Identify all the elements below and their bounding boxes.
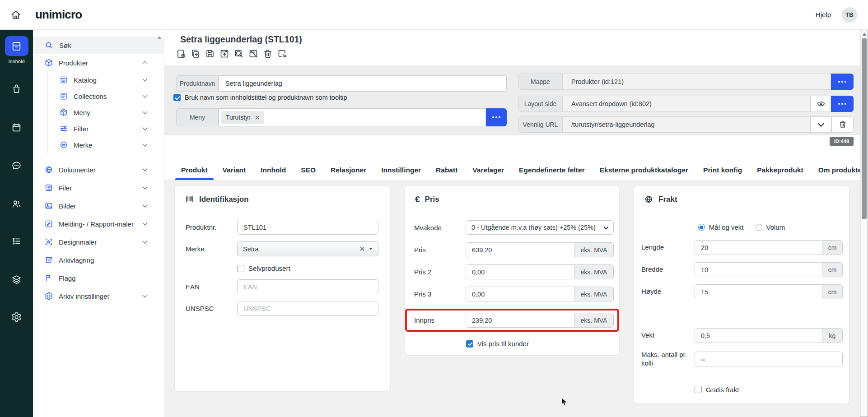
tab[interactable]: Produkt xyxy=(181,166,208,180)
toolbar-button[interactable] xyxy=(261,47,274,60)
clear-merke-icon[interactable] xyxy=(359,246,364,251)
scrollbar-thumb[interactable] xyxy=(862,38,867,219)
app-window: unimicro Hjelp TB Innhold xyxy=(0,0,868,417)
name-tooltip-checkbox[interactable] xyxy=(173,94,181,101)
scroll-up-arrow[interactable] xyxy=(862,32,867,36)
home-button[interactable] xyxy=(6,5,26,25)
toolbar-button[interactable] xyxy=(233,47,245,60)
meny-more-button[interactable] xyxy=(486,108,507,126)
tab[interactable]: Varelager xyxy=(472,166,504,180)
unspsc-label: UNSPSC xyxy=(186,305,237,312)
tab[interactable]: Om produktet xyxy=(818,166,865,180)
remove-tag-icon[interactable] xyxy=(255,115,260,120)
unspsc-input[interactable] xyxy=(237,301,378,316)
tab[interactable]: SEO xyxy=(300,166,316,180)
merke-select[interactable]: Setra xyxy=(237,241,378,256)
sidebar-item[interactable]: Arkiv innstillinger xyxy=(33,287,164,305)
tab[interactable]: Print konfig xyxy=(703,166,742,180)
sidebar-item[interactable]: Designmaler xyxy=(33,233,164,251)
pris-card: € Pris Mvakode 0 - Utgående m.v.a (høy s… xyxy=(405,185,620,355)
shipping-mode-option[interactable]: Mål og vekt xyxy=(698,223,744,231)
topbar-right: Hjelp TB xyxy=(816,7,857,23)
sidebar-item[interactable]: Bilder xyxy=(33,197,164,215)
toolbar-button[interactable] xyxy=(204,47,216,60)
gear-icon xyxy=(11,311,22,323)
toolbar-button[interactable] xyxy=(247,47,260,60)
mappe-more-button[interactable] xyxy=(831,74,854,90)
chevron-icon xyxy=(142,93,147,97)
vis-pris-checkbox[interactable] xyxy=(466,340,473,348)
rail-item[interactable] xyxy=(0,122,33,136)
main-content: Setra liggeunderlag (STL101) xyxy=(164,30,860,417)
layout-more-button[interactable] xyxy=(831,96,854,112)
layout-preview-button[interactable] xyxy=(811,96,831,112)
price-row: Pris 2 eks. MVA xyxy=(414,264,614,279)
avatar[interactable]: TB xyxy=(842,7,857,23)
sidebar-item[interactable]: Flagg xyxy=(33,269,164,287)
toolbar-button[interactable] xyxy=(189,47,202,60)
url-expand-button[interactable] xyxy=(811,116,831,133)
shipping-mode-option[interactable]: Volum xyxy=(756,223,785,231)
mvakode-select[interactable]: 0 - Utgående m.v.a (høy sats) +25% (25%) xyxy=(466,220,614,235)
divider xyxy=(641,313,843,313)
dimension-input[interactable] xyxy=(695,262,822,277)
price-input[interactable] xyxy=(466,242,574,257)
price-input[interactable] xyxy=(466,287,574,301)
sidebar-search[interactable]: Søk xyxy=(33,37,164,54)
url-row: Vennlig URL /turutstyr/setra-liggeunderl… xyxy=(518,116,854,133)
sidebar-item[interactable]: Dokumenter xyxy=(33,161,164,179)
tab[interactable]: Rabatt xyxy=(435,166,458,180)
sidebar-item[interactable]: Katalog xyxy=(33,72,164,88)
tab-label: Rabatt xyxy=(436,166,457,174)
sidebar-item-label: Bilder xyxy=(59,202,76,210)
rail-item[interactable] xyxy=(0,160,33,174)
sidebar-item[interactable]: Melding- / Rapport-maler xyxy=(33,215,164,233)
sidebar-item[interactable]: Collections xyxy=(33,88,164,104)
sidebar-item[interactable]: Merke xyxy=(33,137,164,153)
gratis-frakt-checkbox[interactable] xyxy=(695,386,702,393)
sidebar-item[interactable]: Arkivlagring xyxy=(33,251,164,269)
tab[interactable]: Eksterne produktkataloger xyxy=(599,166,689,180)
sidebar-item[interactable]: Meny xyxy=(33,104,164,120)
toolbar-button[interactable] xyxy=(175,47,187,60)
shipping-mode-label: Mål og vekt xyxy=(709,223,744,231)
toolbar-button[interactable] xyxy=(218,47,231,60)
rail-item[interactable] xyxy=(0,198,33,212)
price-input[interactable] xyxy=(466,264,574,279)
sidebar-scroll-up-arrow[interactable] xyxy=(157,36,162,39)
layout-row: Layout side Avansert dropdown (id:802) xyxy=(518,96,854,112)
sidebar-item[interactable]: Filter xyxy=(33,120,164,137)
submenu-indent-line xyxy=(47,72,48,153)
vekt-input[interactable] xyxy=(695,328,822,343)
sidebar-item[interactable]: Produkter xyxy=(33,54,164,72)
innpris-input[interactable] xyxy=(466,313,574,328)
rail-item[interactable] xyxy=(0,274,33,288)
tab[interactable]: Innhold xyxy=(260,166,286,180)
tab[interactable]: Pakkeprodukt xyxy=(756,166,804,180)
users-icon xyxy=(11,198,22,209)
produktnavn-input[interactable] xyxy=(219,75,507,92)
rail-item[interactable] xyxy=(0,236,33,250)
rail-item[interactable] xyxy=(0,311,33,325)
rail-item[interactable]: Innhold xyxy=(0,36,33,64)
toolbar-button[interactable] xyxy=(276,47,289,60)
name-tooltip-label: Bruk navn som innholdstittel og produktn… xyxy=(185,94,347,101)
meny-tag-field[interactable]: Turutstyr xyxy=(219,108,486,126)
produktnr-input[interactable] xyxy=(237,220,378,235)
tab-label: Variant xyxy=(223,166,246,174)
ean-input[interactable] xyxy=(237,279,378,294)
dimension-input[interactable] xyxy=(695,284,822,299)
help-link[interactable]: Hjelp xyxy=(816,11,831,19)
sidebar-item[interactable]: Filer xyxy=(33,179,164,197)
selvprodusert-checkbox[interactable] xyxy=(237,265,244,272)
url-delete-button[interactable] xyxy=(831,116,854,133)
maks-antall-input[interactable] xyxy=(695,352,843,366)
tab[interactable]: Egendefinerte felter xyxy=(518,166,585,180)
ellipsis-icon xyxy=(841,81,843,83)
dimension-input[interactable] xyxy=(695,240,822,255)
tab[interactable]: Relasjoner xyxy=(330,166,367,180)
tab[interactable]: Variant xyxy=(222,166,247,180)
tab[interactable]: Innstillinger xyxy=(381,166,421,180)
chevron-icon xyxy=(142,202,147,207)
rail-item[interactable] xyxy=(0,83,33,97)
